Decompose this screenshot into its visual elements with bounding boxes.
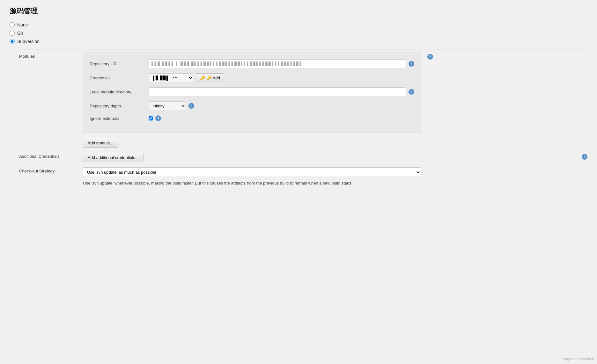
- scm-option-git[interactable]: Git: [10, 31, 587, 36]
- scm-label-subversion: Subversion: [17, 39, 40, 44]
- ignore-externals-row: Ignore externals ?: [90, 115, 414, 121]
- ignore-externals-help-icon[interactable]: ?: [155, 115, 161, 121]
- local-module-directory-label: Local module directory: [90, 90, 145, 94]
- credentials-label: Credentials: [90, 76, 145, 80]
- local-module-directory-input[interactable]: [149, 87, 406, 96]
- checkout-strategy-select[interactable]: Use 'svn update' as much as possible Alw…: [83, 167, 421, 177]
- credentials-add-button[interactable]: 🔑 🔑 Add: [196, 73, 224, 82]
- credentials-field-wrapper: ▌▊ ▊▊▌, ·*** 🔑 🔑 Add: [149, 73, 224, 82]
- local-module-directory-help-icon[interactable]: ?: [409, 89, 414, 95]
- repository-url-help-icon[interactable]: ?: [409, 61, 414, 67]
- scm-option-none[interactable]: None: [10, 22, 587, 27]
- ignore-externals-checkbox[interactable]: [149, 116, 153, 120]
- ignore-externals-label: Ignore externals: [90, 116, 145, 121]
- credentials-select[interactable]: ▌▊ ▊▊▌, ·***: [149, 73, 193, 82]
- repository-depth-row: Repository depth infinity empty files im…: [90, 101, 414, 110]
- repository-url-field-wrapper: ?: [149, 59, 414, 68]
- checkout-strategy-wrapper: Use 'svn update' as much as possible Alw…: [83, 167, 421, 186]
- credentials-row: Credentials ▌▊ ▊▊▌, ·*** 🔑 🔑 Add: [90, 73, 414, 82]
- checkout-strategy-description: Use 'svn update' whenever possible, maki…: [83, 180, 421, 186]
- watermark: blog.csdn.net/qxb5ñ: [563, 357, 594, 361]
- add-credentials-button[interactable]: Add additional credentials...: [83, 153, 144, 162]
- scm-radio-group: None Git Subversion: [10, 22, 587, 44]
- additional-credentials-help-icon[interactable]: ?: [582, 154, 587, 160]
- add-module-button[interactable]: Add module...: [83, 138, 118, 148]
- modules-label: Modules: [19, 53, 77, 59]
- modules-section-row: Modules Repository URL ? Credentials ▌▊ …: [19, 53, 587, 133]
- checkout-strategy-label: Check-out Strategy: [19, 167, 77, 173]
- repository-url-label: Repository URL: [90, 62, 145, 66]
- checkout-strategy-row: Check-out Strategy Use 'svn update' as m…: [19, 167, 587, 186]
- repository-depth-wrapper: infinity empty files immediates ?: [149, 101, 194, 110]
- key-icon: 🔑: [200, 76, 205, 80]
- local-module-directory-row: Local module directory ?: [90, 87, 414, 96]
- scm-option-subversion[interactable]: Subversion: [10, 39, 587, 44]
- scm-label-none: None: [17, 22, 28, 27]
- subversion-section: Modules Repository URL ? Credentials ▌▊ …: [10, 44, 587, 186]
- modules-box: Repository URL ? Credentials ▌▊ ▊▊▌, ·**…: [83, 53, 421, 133]
- repository-depth-help-icon[interactable]: ?: [188, 103, 194, 109]
- add-module-row: Add module...: [19, 135, 587, 148]
- scm-radio-none[interactable]: [10, 22, 15, 27]
- additional-credentials-wrapper: Add additional credentials...: [83, 153, 144, 162]
- local-dir-wrapper: ?: [149, 87, 414, 96]
- scm-label-git: Git: [17, 31, 23, 36]
- repository-depth-label: Repository depth: [90, 104, 145, 108]
- add-label: 🔑 Add: [207, 76, 220, 80]
- divider: [19, 49, 587, 49]
- scm-radio-git[interactable]: [10, 31, 15, 36]
- ignore-externals-wrapper: ?: [149, 115, 161, 121]
- repository-depth-select[interactable]: infinity empty files immediates: [149, 101, 186, 110]
- scm-radio-subversion[interactable]: [10, 39, 15, 44]
- repository-url-input[interactable]: [149, 59, 406, 68]
- page-title: 源码管理: [10, 6, 587, 16]
- additional-credentials-label: Additional Credentials: [19, 153, 77, 159]
- repository-url-row: Repository URL ?: [90, 59, 414, 68]
- modules-help-icon[interactable]: ?: [427, 54, 433, 60]
- additional-credentials-row: Additional Credentials Add additional cr…: [19, 153, 587, 162]
